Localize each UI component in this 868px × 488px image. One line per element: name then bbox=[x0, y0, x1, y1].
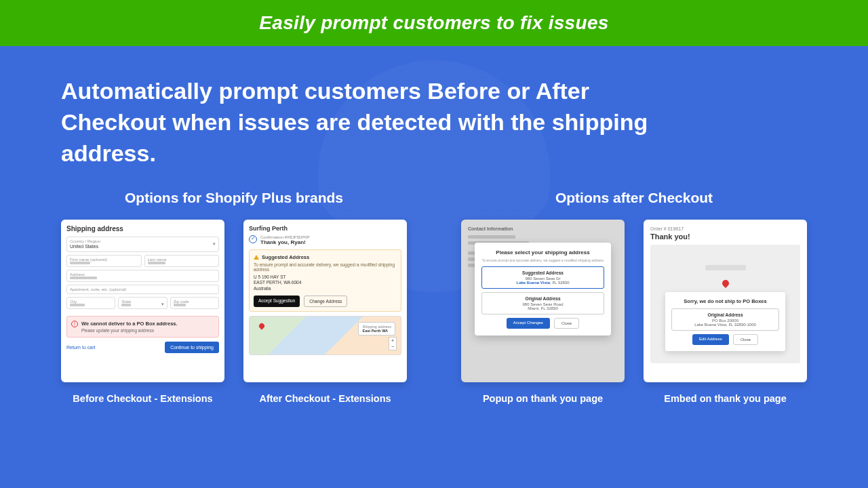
error-banner: ! We cannot deliver to a PO Box address.… bbox=[66, 316, 219, 338]
close-button[interactable]: Close bbox=[554, 318, 579, 329]
zip-field[interactable]: Zip code bbox=[170, 297, 219, 309]
group-b-title: Options after Checkout bbox=[461, 190, 807, 206]
group-a-title: Options for Shopify Plus brands bbox=[61, 190, 407, 206]
map-pin-icon bbox=[258, 322, 265, 329]
modal-title: Please select your shipping address bbox=[481, 249, 604, 256]
suggested-address-panel: Suggested Address To ensure prompt and a… bbox=[249, 249, 401, 312]
contact-info-heading: Contact Information bbox=[468, 226, 618, 231]
card2-caption: After Checkout - Extensions bbox=[243, 393, 407, 404]
accept-changes-button[interactable]: Accept Changes bbox=[507, 318, 550, 329]
close-button[interactable]: Close bbox=[733, 334, 758, 345]
last-name-field[interactable]: Last name bbox=[144, 255, 220, 267]
card-embed-thankyou: Order # 019817 Thank you! Sorry, we do n… bbox=[644, 220, 807, 382]
banner-title: Easily prompt customers to fix issues bbox=[0, 0, 868, 46]
suggested-address-option[interactable]: Suggested Address 980 Seven Seas Dr Lake… bbox=[481, 266, 604, 289]
thank-you-text: Thank you, Ryan! bbox=[260, 239, 310, 245]
original-address-option[interactable]: Original Address 980 Seven Seas Road Mia… bbox=[481, 292, 604, 314]
city-field[interactable]: City bbox=[66, 297, 115, 309]
map-zoom-control[interactable]: +− bbox=[389, 337, 397, 350]
card1-caption: Before Checkout - Extensions bbox=[61, 393, 224, 404]
warning-title: Sorry, we do not ship to PO Boxes bbox=[671, 298, 779, 304]
check-icon bbox=[249, 235, 257, 243]
return-to-cart-link[interactable]: Return to cart bbox=[66, 345, 95, 350]
card3-caption: Popup on thank you page bbox=[461, 393, 625, 404]
headline-text: Automatically prompt customers Before or… bbox=[0, 46, 712, 190]
card4-caption: Embed on thank you page bbox=[644, 393, 807, 404]
original-address-box: Original Address PO Box 20000 Lake Buena… bbox=[671, 308, 779, 331]
accept-suggestion-button[interactable]: Accept Suggestion bbox=[254, 296, 300, 307]
first-name-field[interactable]: First name (optional) bbox=[66, 255, 142, 267]
country-select[interactable]: Country / Region United States bbox=[66, 237, 219, 252]
thank-you-heading: Thank you! bbox=[650, 232, 800, 241]
order-number: Order # 019817 bbox=[650, 226, 800, 231]
continue-shipping-button[interactable]: Continue to shipping bbox=[165, 342, 219, 353]
group-shopify-plus: Options for Shopify Plus brands Shipping… bbox=[61, 190, 407, 404]
address-select-modal: Please select your shipping address To e… bbox=[475, 243, 611, 336]
confirmation-number: Confirmation #XBJF5DP0P bbox=[260, 235, 310, 239]
group-after-checkout: Options after Checkout Contact Informati… bbox=[461, 190, 807, 404]
card-popup-thankyou: Contact Information Please select your s… bbox=[461, 220, 625, 382]
warning-icon bbox=[254, 255, 259, 260]
card-after-checkout-ext: Surfing Perth Confirmation #XBJF5DP0P Th… bbox=[243, 220, 407, 382]
address-field[interactable]: Address bbox=[66, 270, 219, 282]
brand-name: Surfing Perth bbox=[249, 225, 401, 232]
shipping-heading: Shipping address bbox=[66, 225, 219, 232]
apt-field[interactable]: Apartment, suite, etc. (optional) bbox=[66, 285, 219, 294]
change-address-button[interactable]: Change Address bbox=[304, 296, 347, 307]
error-icon: ! bbox=[71, 321, 78, 327]
edit-address-button[interactable]: Edit Address bbox=[692, 334, 729, 345]
card-before-checkout: Shipping address Country / Region United… bbox=[61, 220, 224, 382]
state-select[interactable]: State bbox=[118, 297, 167, 309]
map-preview: Shipping address East Perth WA +− bbox=[249, 316, 401, 355]
po-box-warning-panel: Sorry, we do not ship to PO Boxes Origin… bbox=[665, 292, 785, 351]
